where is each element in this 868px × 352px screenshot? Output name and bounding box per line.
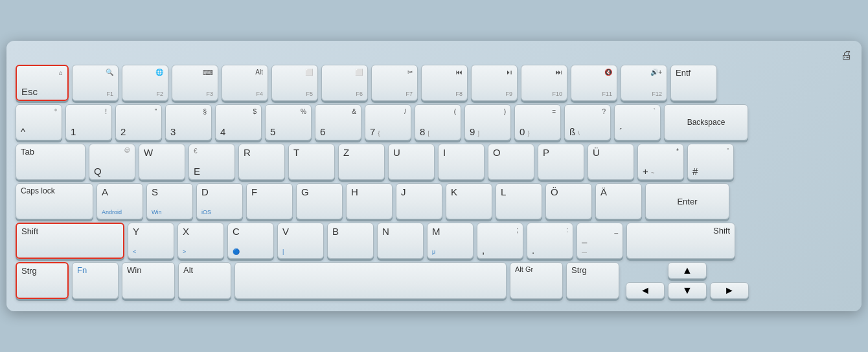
key-k[interactable]: K [446,183,492,219]
key-z[interactable]: Z [338,144,385,180]
key-f8[interactable]: ⏮ F8 [421,65,468,101]
key-o[interactable]: O [488,144,534,180]
key-7[interactable]: / 7 { [365,104,411,140]
key-caret[interactable]: ° ^ [16,104,62,140]
key-q[interactable]: @ Q [89,144,135,180]
number-row: ° ^ ! 1 " 2 § 3 $ 4 % 5 & 6 / 7 { [16,104,852,140]
key-u[interactable]: U [388,144,435,180]
shift-row: Shift Y < X > C 🔵 V | B N M μ ; , [16,223,852,259]
key-ue[interactable]: Ü [588,144,634,180]
qwerty-row: Tab @ Q W € E R T Z U I O P [16,144,852,180]
key-2[interactable]: " 2 [115,104,162,140]
key-acute[interactable]: ` ´ [614,104,661,140]
printer-icon: 🖨 [16,49,852,62]
key-alt[interactable]: Alt [178,262,231,299]
key-g[interactable]: G [296,183,343,219]
key-0[interactable]: = 0 } [514,104,561,140]
key-alt-gr[interactable]: Alt Gr [510,262,563,299]
key-s[interactable]: S Win [146,183,193,219]
key-oe[interactable]: Ö [545,183,592,219]
key-y[interactable]: Y < [128,223,174,259]
key-dot[interactable]: : . [527,223,573,259]
key-f9[interactable]: ⏯ F9 [471,65,518,101]
key-f4[interactable]: Alt F4 [222,65,268,101]
key-comma[interactable]: ; , [477,223,523,259]
key-4[interactable]: $ 4 [215,104,262,140]
key-n[interactable]: N [377,223,424,259]
key-6[interactable]: & 6 [315,104,361,140]
key-entf[interactable]: Entf [670,65,717,101]
key-f12[interactable]: 🔊+ F12 [621,65,667,101]
key-b[interactable]: B [327,223,374,259]
key-shift-right[interactable]: Shift [626,223,735,259]
key-a[interactable]: A Android [97,183,143,219]
key-f11[interactable]: 🔇 F11 [571,65,617,101]
key-tab[interactable]: Tab [16,144,86,180]
key-strg-left[interactable]: Strg [16,262,69,299]
key-3[interactable]: § 3 [165,104,212,140]
key-r[interactable]: R [238,144,285,180]
key-x[interactable]: X > [177,223,224,259]
bottom-row: Strg Fn Win Alt Alt Gr Strg ▲ [16,262,852,299]
key-d[interactable]: D iOS [196,183,243,219]
key-shift-left[interactable]: Shift [16,223,124,259]
keyboard: 🖨 ⌂ Esc 🔍 F1 🌐 F2 ⌨ F3 Alt F4 ⬜ F5 ⬜ F6 [6,41,862,311]
key-h[interactable]: H [346,183,393,219]
key-f10[interactable]: ⏭ F10 [521,65,567,101]
key-caps-lock[interactable]: Caps lock [16,183,93,219]
key-t[interactable]: T [288,144,335,180]
key-f6[interactable]: ⬜ F6 [321,65,368,101]
key-5[interactable]: % 5 [265,104,312,140]
key-strg-right[interactable]: Strg [566,262,619,299]
key-hash[interactable]: ' # [687,144,734,180]
key-m[interactable]: M μ [427,223,474,259]
key-arrow-left[interactable]: ◄ [626,282,665,299]
key-backspace[interactable]: Backspace [664,104,748,140]
key-8[interactable]: ( 8 [ [415,104,461,140]
key-v[interactable]: V | [277,223,324,259]
key-f2[interactable]: 🌐 F2 [122,65,168,101]
key-l[interactable]: L [496,183,542,219]
key-esc[interactable]: ⌂ Esc [16,65,69,101]
key-j[interactable]: J [396,183,442,219]
key-c[interactable]: C 🔵 [227,223,274,259]
key-arrow-down[interactable]: ▼ [668,282,707,299]
key-arrow-right[interactable]: ► [710,282,749,299]
key-plus[interactable]: * + ~ [637,144,684,180]
key-f[interactable]: F [246,183,293,219]
key-f7[interactable]: ✂ F7 [371,65,418,101]
key-1[interactable]: ! 1 [65,104,112,140]
key-e[interactable]: € E [188,144,235,180]
key-f3[interactable]: ⌨ F3 [172,65,218,101]
key-9[interactable]: ) 9 ] [464,104,511,140]
key-sz[interactable]: ? ß \ [564,104,611,140]
key-fn[interactable]: Fn [72,262,119,299]
key-i[interactable]: I [438,144,485,180]
key-enter[interactable]: Enter [645,183,729,219]
key-minus[interactable]: _ – — [577,223,623,259]
key-w[interactable]: W [139,144,185,180]
key-ae[interactable]: Ä [595,183,642,219]
key-f5[interactable]: ⬜ F5 [271,65,318,101]
key-space[interactable] [234,262,507,299]
key-p[interactable]: P [538,144,584,180]
key-win[interactable]: Win [122,262,175,299]
key-f1[interactable]: 🔍 F1 [72,65,119,101]
function-key-row: ⌂ Esc 🔍 F1 🌐 F2 ⌨ F3 Alt F4 ⬜ F5 ⬜ F6 ✂ [16,65,852,101]
asdf-row: Caps lock A Android S Win D iOS F G H J … [16,183,852,219]
key-arrow-up[interactable]: ▲ [668,262,707,279]
arrow-cluster: ▲ ◄ ▼ ► [626,262,749,299]
